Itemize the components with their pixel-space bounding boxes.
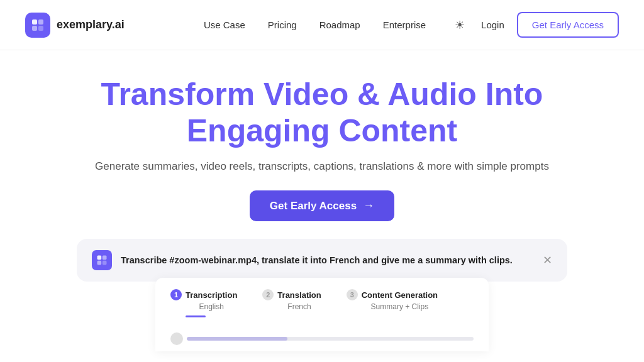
navbar: exemplary.ai Use Case Pricing Roadmap En…: [0, 0, 644, 50]
nav-roadmap[interactable]: Roadmap: [319, 19, 360, 30]
step-3: 3 Content Generation Summary + Clips: [347, 289, 438, 311]
audio-progress-bar: [187, 337, 474, 341]
audio-progress-fill: [187, 337, 287, 341]
demo-input-text: Transcribe #zoom-webinar.mp4, translate …: [121, 255, 534, 265]
nav-enterprise[interactable]: Enterprise: [383, 19, 426, 30]
login-button[interactable]: Login: [481, 19, 504, 30]
audio-wave: [170, 326, 474, 351]
early-access-hero-button[interactable]: Get Early Access →: [250, 190, 394, 221]
hero-subtitle: Generate summaries, video reels, transcr…: [95, 160, 549, 173]
logo-area: exemplary.ai: [25, 13, 125, 38]
step-3-number: 3: [347, 289, 358, 300]
demo-logo-icon: [92, 250, 112, 270]
steps-row: 1 Transcription English 2 Translation Fr…: [170, 289, 474, 317]
svg-rect-7: [103, 261, 107, 265]
svg-rect-5: [103, 256, 107, 260]
step-1-subtitle: English: [186, 302, 237, 311]
step-2-number: 2: [262, 289, 274, 300]
step-1-number: 1: [170, 289, 182, 300]
step-2-header: 2 Translation: [262, 289, 321, 300]
demo-input-container: Transcribe #zoom-webinar.mp4, translate …: [77, 239, 567, 282]
svg-rect-4: [97, 256, 102, 260]
svg-rect-6: [97, 261, 102, 265]
svg-rect-2: [32, 26, 37, 31]
steps-container: 1 Transcription English 2 Translation Fr…: [155, 278, 489, 351]
step-1-title: Transcription: [186, 290, 237, 300]
nav-actions: ☀ Login Get Early Access: [451, 12, 619, 38]
logo-icon: [25, 13, 50, 38]
svg-rect-0: [32, 19, 37, 25]
nav-links: Use Case Pricing Roadmap Enterprise: [204, 19, 426, 31]
early-access-hero-label: Get Early Access: [270, 200, 357, 212]
step-2-title: Translation: [277, 290, 321, 300]
nav-pricing[interactable]: Pricing: [268, 19, 297, 30]
step-3-title: Content Generation: [362, 290, 438, 300]
step-2: 2 Translation French: [262, 289, 321, 311]
step-2-subtitle: French: [277, 302, 321, 311]
close-icon[interactable]: ✕: [543, 253, 552, 267]
hero-title: Transform Video & Audio Into Engaging Co…: [39, 77, 605, 149]
logo-text: exemplary.ai: [57, 18, 125, 31]
demo-outer: Transcribe #zoom-webinar.mp4, translate …: [0, 239, 644, 351]
nav-use-case[interactable]: Use Case: [204, 19, 245, 31]
step-1: 1 Transcription English: [170, 289, 237, 317]
audio-circle-icon: [170, 332, 183, 345]
step-1-header: 1 Transcription: [170, 289, 237, 300]
early-access-nav-button[interactable]: Get Early Access: [517, 12, 619, 38]
theme-toggle-icon[interactable]: ☀: [451, 16, 469, 34]
arrow-icon: →: [363, 199, 374, 212]
svg-rect-1: [38, 19, 43, 25]
step-3-subtitle: Summary + Clips: [362, 302, 438, 311]
svg-rect-3: [38, 26, 43, 31]
step-3-header: 3 Content Generation: [347, 289, 438, 300]
step-1-underline: [186, 315, 206, 317]
hero-section: Transform Video & Audio Into Engaging Co…: [0, 50, 644, 351]
